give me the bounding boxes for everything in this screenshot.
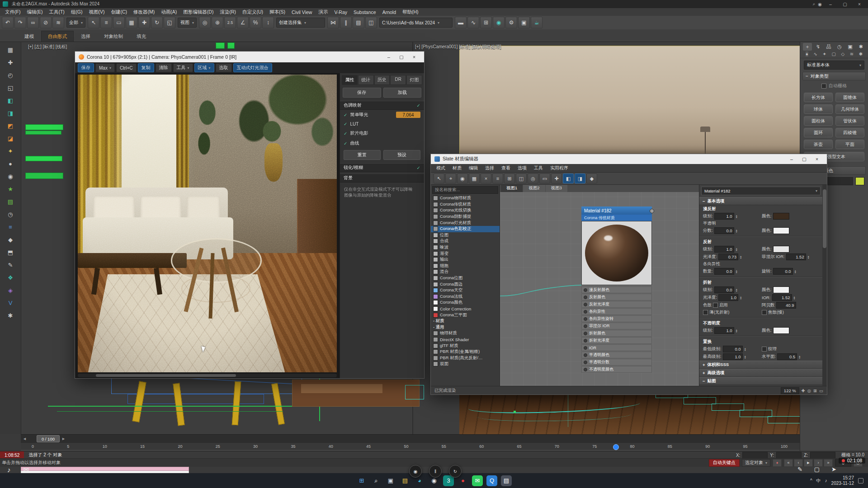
listener-macro-row[interactable] [21,467,189,471]
selection-filter-combo[interactable]: 全部▾ [66,18,85,28]
track-bar[interactable]: 0510152025303540455055606570758085909510… [21,442,800,451]
rendered-frame-icon[interactable]: ▣ [518,17,530,28]
opacity-level-spinner[interactable]: 1.0 [714,327,734,334]
ribbon-tab[interactable]: 填充 [130,31,152,42]
material-list-item[interactable]: 双面 [431,361,500,367]
material-list-item[interactable]: glTF 材质 [431,343,500,349]
select-tool-icon[interactable]: ▦ [4,44,17,56]
measure-tool-icon[interactable]: ◆ [4,234,17,245]
material-node[interactable]: Material #182 Corona 传统材质 漫反射颜色 [581,206,652,373]
caustics-slow-checkbox[interactable] [762,310,767,315]
use-center-icon[interactable]: ◎ [199,17,211,28]
material-list-item[interactable]: Corona位图 [431,275,500,282]
cameras-subtab-icon[interactable]: ▢ [831,52,835,56]
parameter-scrollbar[interactable] [822,185,827,386]
input-connector-dot[interactable] [584,368,587,371]
ime-indicator[interactable]: 中 [816,478,821,484]
menu-item[interactable]: 帮助(H) [399,9,422,15]
close-button[interactable]: × [811,155,823,164]
menu-item[interactable]: 编辑(E) [24,9,46,15]
displace-max-spinner[interactable]: 1.0 [723,353,743,360]
spinner-snap-icon[interactable]: ↕ [262,17,274,28]
input-connector-dot[interactable] [584,296,587,299]
clear-button[interactable]: 清除 [156,63,172,72]
menu-item[interactable]: Substance [350,9,379,15]
node-slot[interactable]: 不透明度颜色 [581,366,652,373]
tone-reset-button[interactable]: 重置 [344,150,381,160]
slider-left-arrow-icon[interactable]: ◄ [23,436,27,441]
layout-horizontal-icon[interactable]: ◧ [563,174,574,183]
zoom-icon[interactable]: ◎ [807,388,811,393]
input-connector-dot[interactable] [584,346,587,350]
menu-item[interactable]: 选择 [481,165,498,171]
displace-min-spinner[interactable]: 0.0 [723,346,743,352]
menu-item[interactable]: 材质 [449,165,465,171]
align-icon[interactable]: ∥ [340,17,352,28]
zoom-level-field[interactable]: 122 % [781,387,799,394]
primitive-button[interactable]: 球体 [804,104,833,114]
abbe-number-spinner[interactable]: 40.9 [776,302,796,309]
view-tab[interactable]: 视图1 [501,185,523,192]
curve-row[interactable]: ✓ 曲线 [340,138,424,148]
aniso-amount-spinner[interactable]: 0.0 [714,268,734,275]
play-button[interactable]: ► [804,459,813,467]
node-slot[interactable]: 漫反射颜色 [581,286,652,293]
material-list-item[interactable]: Corona光线切换 [431,207,500,214]
notification-icon[interactable] [858,478,863,483]
y-coordinate-field[interactable] [776,452,802,459]
refract-level-spinner[interactable]: 0.0 [714,286,734,293]
qq-app[interactable]: Q [486,475,497,486]
menu-item[interactable]: 图形编辑器(D) [180,9,217,15]
snap-tool-icon[interactable]: ◨ [4,108,17,119]
rollout-advanced-options[interactable]: +高级选项 [699,369,822,377]
input-connector-dot[interactable] [584,361,587,364]
replay-button[interactable]: ↻ [449,465,462,478]
view-tab[interactable]: 视图3 [546,185,567,192]
corona-title-bar[interactable]: Corona 10 | 679×905px (2:1) | Camera: Ph… [75,52,424,62]
menu-item[interactable]: 模式 [433,165,449,171]
ribbon-tab[interactable]: 选择 [75,31,97,42]
set-key-icon[interactable]: ♦ [773,459,782,467]
output-connector-dot[interactable] [650,209,654,213]
key-filter-combo[interactable]: 选定对象▾ [742,459,770,467]
menu-item[interactable]: 编辑 [465,165,481,171]
show-map-icon[interactable]: ▦ [469,174,480,183]
reflect-level-spinner[interactable]: 1.0 [714,246,734,253]
node-slot[interactable]: 菲涅尔 IOR [581,323,652,329]
material-list-item[interactable]: Corona阴影捕捉 [431,214,500,220]
node-slot[interactable]: 反射颜色 [581,294,652,300]
menu-item[interactable]: 演示 [315,9,331,15]
menu-item[interactable]: 查看 [498,165,514,171]
select-and-link-icon[interactable]: ∞ [27,17,39,28]
material-list-item[interactable]: 位图 [431,232,500,239]
lightmix-toggle[interactable]: 互动式灯光混合 [233,63,272,72]
select-arrow-icon[interactable]: ↖ [434,174,444,183]
node-slot[interactable]: 半透明颜色 [581,352,652,358]
rollout-tone-mapping[interactable]: 色调映射 ✓ [340,101,424,110]
save-button[interactable]: 保存 [78,63,94,72]
menu-item[interactable]: 脚本(S) [266,9,288,15]
refract-color-swatch[interactable] [773,286,789,293]
go-to-end-button[interactable]: » [824,459,833,467]
primitive-button[interactable]: 长方体 [804,93,833,102]
slate-title-bar[interactable]: Slate 材质编辑器 – ▢ × [431,154,827,164]
viewport-label-left[interactable]: [+] [左] [标准] [线框] [28,44,67,50]
rollout-background[interactable]: 背景 [340,174,424,183]
reference-coordinate-combo[interactable]: 视图▾ [178,18,197,28]
minimize-button[interactable]: – [825,0,836,8]
scale-tool-icon[interactable]: ◱ [4,82,17,94]
node-slot[interactable]: 半透明分数 [581,359,652,366]
menu-item[interactable]: 组(G) [68,9,86,15]
diffuse-level-spinner[interactable]: 1.0 [714,213,734,220]
camera-tool-icon[interactable]: ● [4,158,17,169]
primitive-button[interactable]: 圆柱体 [804,116,833,126]
material-list-item[interactable]: Corona色彩校正 [431,226,500,232]
slider-right-arrow-icon[interactable]: ► [61,436,66,441]
config-load-button[interactable]: 加载 [383,88,422,98]
named-selection-combo[interactable]: 创建选择集▾ [276,18,325,28]
project-path-combo[interactable]: C:\Users\Ad~ds Max 2024▾ [379,18,453,28]
material-list-item[interactable]: Corona天空 [431,287,500,294]
material-list-item[interactable]: 合成 [431,238,500,244]
delete-node-icon[interactable]: × [481,174,491,183]
pause-button[interactable]: ‖ [429,465,442,478]
